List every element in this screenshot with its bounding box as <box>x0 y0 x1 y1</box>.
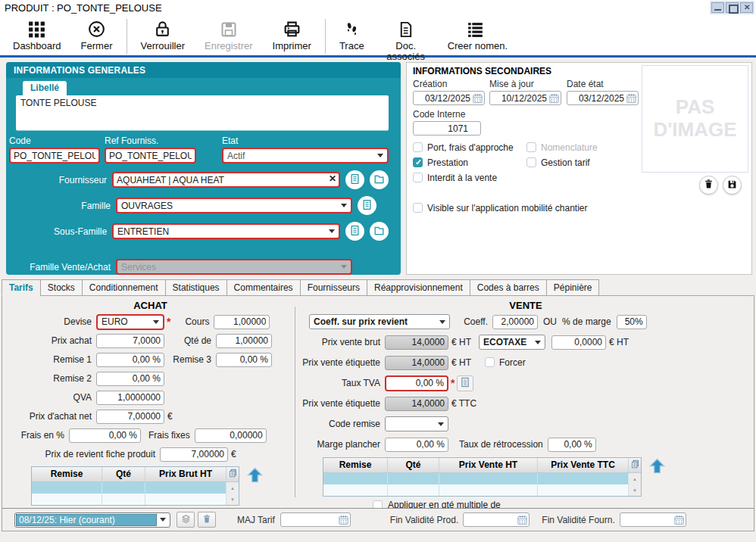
scroll-down-icon[interactable]: ▼ <box>629 484 641 496</box>
tva-list-button[interactable] <box>457 375 473 391</box>
qte-de-input[interactable] <box>216 334 272 348</box>
famille-list-button[interactable] <box>358 196 376 215</box>
devise-select[interactable]: EURO <box>96 314 164 330</box>
minimize-icon[interactable] <box>711 2 724 13</box>
move-up-button[interactable] <box>246 467 264 485</box>
scroll-up-icon[interactable]: ▲ <box>629 473 641 484</box>
calendar-icon[interactable] <box>549 93 559 104</box>
close-icon[interactable] <box>740 2 753 13</box>
qva-input[interactable] <box>96 391 164 405</box>
checkbox-box[interactable] <box>485 357 495 367</box>
column-header[interactable]: Remise <box>32 467 102 481</box>
checkbox-box[interactable] <box>413 142 423 152</box>
column-header[interactable]: Prix Vente HT <box>439 458 538 472</box>
ecotaxe-select[interactable]: ECOTAXE <box>479 335 545 350</box>
fin-validite-fourn-field[interactable] <box>620 512 686 527</box>
tab-tarifs[interactable]: Tarifs <box>2 279 40 296</box>
verrouiller-button[interactable]: Verrouiller <box>131 18 195 52</box>
checkbox-box[interactable] <box>413 173 423 182</box>
column-header[interactable]: Remise <box>323 458 388 472</box>
tab-commentaires[interactable]: Commentaires <box>226 279 300 296</box>
code-remise-select[interactable] <box>385 416 448 431</box>
ref-fourniss-input[interactable] <box>105 148 196 164</box>
column-header[interactable]: Qté <box>388 458 439 472</box>
ecotaxe-amount-input[interactable] <box>551 335 606 350</box>
column-header[interactable]: Prix Vente TTC <box>538 458 629 472</box>
creation-date-field[interactable] <box>413 91 485 105</box>
checkbox-box[interactable] <box>413 157 423 167</box>
table-row[interactable]: ▲ <box>323 473 641 484</box>
move-up-button[interactable] <box>648 458 666 476</box>
libelle-textarea[interactable]: TONTE PELOUSE <box>16 95 389 130</box>
fin-validite-fourn-input[interactable] <box>622 515 674 525</box>
calendar-icon[interactable] <box>674 515 684 525</box>
sous-famille-folder-button[interactable] <box>370 222 389 241</box>
date-etat-input[interactable] <box>569 93 626 104</box>
tab-libelle[interactable]: Libellé <box>23 81 67 95</box>
creation-date-input[interactable] <box>415 93 473 104</box>
checkbox-port-frais[interactable]: Port, frais d'approche <box>413 142 526 153</box>
column-header[interactable]: Qté <box>102 467 145 481</box>
code-input[interactable] <box>9 148 100 164</box>
maximize-icon[interactable] <box>726 2 739 13</box>
checkbox-box[interactable] <box>526 157 536 167</box>
sous-famille-list-button[interactable] <box>345 222 364 241</box>
code-interne-input[interactable] <box>413 121 481 136</box>
checkbox-box[interactable] <box>413 203 423 213</box>
tab-codes-a-barres[interactable]: Codes à barres <box>470 279 546 296</box>
cours-input[interactable] <box>214 315 270 329</box>
table-row[interactable]: ▼ <box>323 484 641 496</box>
frais-pct-input[interactable] <box>69 428 141 443</box>
fournisseur-folder-button[interactable] <box>370 170 389 189</box>
duplicate-tarif-button[interactable] <box>177 512 195 528</box>
calendar-icon[interactable] <box>626 93 636 104</box>
marge-input[interactable] <box>617 315 647 329</box>
tarif-version-select[interactable]: 08/12/25: Hier (courant) <box>14 512 170 528</box>
remise2-input[interactable] <box>96 372 164 386</box>
enregistrer-button[interactable]: Enregistrer <box>195 18 263 52</box>
column-header[interactable]: Prix Brut HT <box>145 467 226 481</box>
fin-validite-prod-field[interactable] <box>463 512 530 527</box>
checkbox-prestation[interactable]: Prestation <box>413 157 526 168</box>
scroll-up-icon[interactable]: ▲ <box>226 482 239 494</box>
checkbox-visible-mobilite[interactable]: Visible sur l'application mobilité chant… <box>407 203 751 213</box>
copy-grid-button[interactable] <box>226 467 239 481</box>
trace-button[interactable]: Trace <box>330 18 374 52</box>
fournisseur-list-button[interactable] <box>345 170 364 189</box>
table-row[interactable]: ▲ <box>32 482 239 494</box>
scroll-down-icon[interactable]: ▼ <box>226 494 239 505</box>
marge-plancher-input[interactable] <box>385 438 448 452</box>
checkbox-forcer[interactable]: Forcer <box>485 357 526 368</box>
fournisseur-input[interactable] <box>112 172 340 188</box>
tab-statistiques[interactable]: Statistiques <box>165 279 226 296</box>
etat-select[interactable]: Actif <box>222 148 389 164</box>
mise-a-jour-date-field[interactable] <box>489 91 561 105</box>
date-etat-field[interactable] <box>567 91 639 105</box>
prix-achat-input[interactable] <box>96 334 164 348</box>
coeff-input[interactable] <box>492 315 538 329</box>
delete-image-button[interactable] <box>699 176 718 195</box>
sous-famille-select[interactable]: ENTRETIEN <box>112 223 340 239</box>
maj-tarif-date-field[interactable] <box>280 512 351 527</box>
calendar-icon[interactable] <box>473 93 483 104</box>
clear-x-icon[interactable]: ✕ <box>329 173 336 184</box>
tab-conditionnement[interactable]: Conditionnement <box>82 279 165 296</box>
prix-achat-net-input[interactable] <box>96 410 164 424</box>
tab-reapprovisionnement[interactable]: Réapprovisionnement <box>367 279 470 296</box>
table-row[interactable]: ▼ <box>32 494 239 505</box>
frais-fixes-input[interactable] <box>195 428 267 443</box>
maj-tarif-date-input[interactable] <box>283 515 339 525</box>
retrocession-input[interactable] <box>548 438 596 452</box>
remise1-input[interactable] <box>96 353 164 367</box>
mode-calcul-select[interactable]: Coeff. sur prix revient <box>309 314 450 329</box>
checkbox-interdit-vente[interactable]: Interdit à la vente <box>413 173 526 183</box>
calendar-icon[interactable] <box>517 515 527 525</box>
creer-nomen-button[interactable]: Creer nomen. <box>438 18 514 52</box>
fermer-button[interactable]: Fermer <box>71 18 123 52</box>
tab-pepiniere[interactable]: Pépinière <box>546 279 600 296</box>
calendar-icon[interactable] <box>339 515 348 525</box>
tab-fournisseurs[interactable]: Fournisseurs <box>300 279 367 296</box>
remise3-input[interactable] <box>216 353 272 367</box>
fin-validite-prod-input[interactable] <box>465 515 517 525</box>
dashboard-button[interactable]: Dashboard <box>3 18 71 52</box>
